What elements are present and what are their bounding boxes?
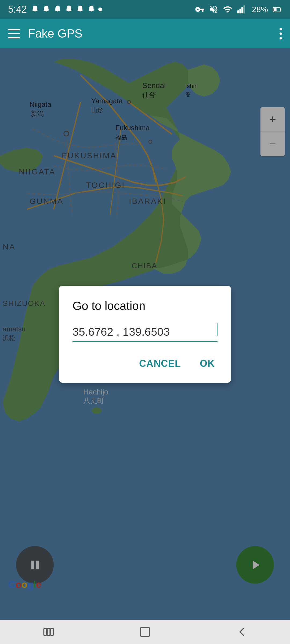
snapchat-icon-1 [31,5,40,14]
home-button[interactable] [134,624,156,640]
svg-rect-36 [47,629,50,635]
navigation-bar [0,620,290,644]
dialog-title: Go to location [73,299,218,313]
key-icon [195,5,205,14]
text-cursor [217,323,218,336]
notification-dot [98,8,102,11]
svg-rect-1 [239,9,241,13]
snapchat-icon-5 [76,5,85,14]
status-bar: 5:42 28% [0,0,290,19]
back-button[interactable] [231,624,252,640]
app-title: Fake GPS [28,27,280,40]
svg-rect-5 [274,8,277,11]
menu-button[interactable] [8,29,20,38]
svg-rect-35 [44,629,46,635]
status-time: 5:42 [8,4,27,15]
signal-icon [237,5,248,14]
goto-location-dialog: Go to location 35.6762 , 139.6503 CANCEL… [59,286,231,383]
home-icon [138,625,152,639]
location-input-value: 35.6762 , 139.6503 [73,325,216,338]
battery-icon [272,5,282,14]
status-left: 5:42 [8,4,102,15]
more-options-button[interactable] [280,28,282,39]
svg-rect-3 [243,5,245,13]
wifi-icon [223,5,233,14]
snapchat-icon-4 [64,5,74,14]
ok-button[interactable]: OK [197,353,218,375]
cancel-button[interactable]: CANCEL [136,353,184,375]
back-icon [235,625,248,639]
status-right: 28% [195,5,282,14]
snapchat-icon-2 [42,5,51,14]
svg-rect-37 [50,629,53,635]
svg-rect-38 [140,627,149,636]
app-toolbar: Fake GPS [0,19,290,48]
svg-rect-0 [237,10,239,13]
battery-percent: 28% [252,5,268,14]
location-input-container: 35.6762 , 139.6503 [73,323,218,342]
mute-icon [209,5,219,14]
menu-icon [8,29,20,30]
menu-icon [8,33,20,34]
dialog-actions: CANCEL OK [73,353,218,375]
dialog-backdrop: Go to location 35.6762 , 139.6503 CANCEL… [0,48,290,620]
status-icons-group [31,5,102,14]
recent-apps-button[interactable] [38,624,59,640]
svg-rect-2 [241,7,243,13]
snapchat-icon-3 [53,5,62,14]
menu-icon [8,37,20,38]
snapchat-icon-6 [87,5,96,14]
svg-rect-6 [280,9,281,11]
recent-apps-icon [42,625,55,639]
